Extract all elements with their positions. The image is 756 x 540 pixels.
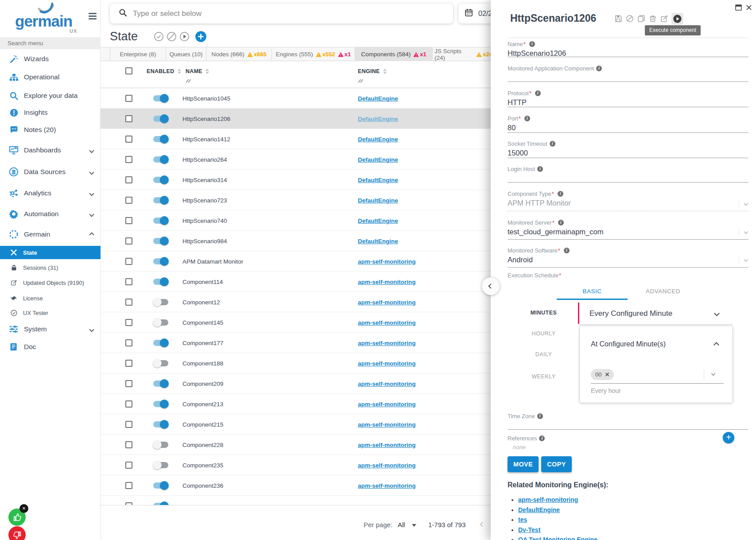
tab-queues[interactable]: Queues (10) [166,47,206,61]
enabled-toggle[interactable] [153,155,169,164]
collapse-panel-button[interactable] [482,277,500,295]
engine-link[interactable]: apm-self-monitoring [358,482,416,489]
minute-mode-select[interactable]: Every Configured Minute [579,303,733,325]
engine-link[interactable]: DefaultEngine [518,506,560,513]
row-checkbox[interactable] [125,278,132,285]
engine-link[interactable]: apm-self-monitoring [358,421,416,428]
sort-icon[interactable] [383,69,387,74]
engine-link[interactable]: apm-self-monitoring [358,401,416,408]
row-checkbox[interactable] [125,95,132,102]
engine-link[interactable]: apm-self-monitoring [358,462,416,469]
duplicate-icon[interactable] [637,15,645,23]
row-checkbox[interactable] [125,482,132,489]
engine-link[interactable]: apm-self-monitoring [358,360,416,367]
enabled-toggle[interactable] [153,257,169,266]
engine-link[interactable]: apm-self-monitoring [358,319,416,326]
dropdown-chevron-icon[interactable] [739,228,748,236]
field-protocol[interactable]: Protocol*i HTTP [508,90,748,107]
move-button[interactable]: MOVE [508,456,539,472]
enabled-toggle[interactable] [153,298,169,307]
enabled-toggle[interactable] [153,359,169,368]
thumbs-down-button[interactable] [8,526,26,540]
tab-advanced[interactable]: ADVANCED [628,284,698,299]
add-component-button[interactable] [195,31,207,43]
tab-enterprise[interactable]: Enterprise (8) [110,47,166,61]
sidebar-item-state[interactable]: State [0,246,101,259]
engine-link[interactable]: DefaultEngine [358,156,398,163]
engine-link[interactable]: DefaultEngine [358,238,398,245]
field-monitored-application-component[interactable]: Monitored Application Componenti [508,65,748,82]
row-checkbox[interactable] [125,156,132,163]
sidebar-item-system[interactable]: System [0,322,101,336]
row-checkbox[interactable] [125,462,132,469]
hamburger-menu-icon[interactable] [89,13,97,21]
dropdown-chevron-icon[interactable] [739,199,748,207]
engine-link[interactable]: DefaultEngine [358,197,398,204]
enabled-toggle[interactable] [153,277,169,286]
engine-link[interactable]: DefaultEngine [358,116,398,122]
row-checkbox[interactable] [125,421,132,428]
tab-nodes[interactable]: Nodes (666) x665 [206,47,272,61]
disable-icon[interactable] [625,15,634,23]
row-checkbox[interactable] [125,197,132,204]
sort-icon[interactable] [205,69,209,74]
sidebar-item-automation[interactable]: Automation [0,207,101,221]
field-monitored-server[interactable]: Monitored Server*i test_cloud_germainapm… [508,219,748,240]
schedule-menu-weekly[interactable]: WEEKLY [516,373,571,380]
sidebar-item-data-sources[interactable]: Data Sources [0,165,101,179]
enabled-toggle[interactable] [153,481,169,490]
enabled-toggle[interactable] [153,318,169,327]
tab-js-scripts[interactable]: JS Scripts (24) x24 [433,47,495,61]
engine-link[interactable]: apm-self-monitoring [518,496,578,503]
field-port[interactable]: Port*i 80 [508,115,748,133]
engine-link[interactable]: apm-self-monitoring [358,258,416,265]
engine-link[interactable]: DefaultEngine [358,95,398,102]
tab-components[interactable]: Components (584) x1 [355,47,433,61]
engine-link[interactable]: tes [518,516,527,523]
schedule-menu-hourly[interactable]: HOURLY [516,330,571,337]
sidebar-item-explore-your-data[interactable]: Explore your data [0,89,101,102]
row-checkbox[interactable] [125,237,132,245]
open-in-window-icon[interactable] [735,4,742,11]
field-component-type[interactable]: Component Type*i APM HTTP Monitor [508,190,748,211]
enabled-toggle[interactable] [153,94,169,103]
sidebar-item-wizards[interactable]: Wizards [0,52,101,66]
engine-link[interactable]: DefaultEngine [358,177,398,183]
select-all-checkbox[interactable] [125,67,132,74]
column-resize-handle[interactable] [186,79,192,83]
enabled-toggle[interactable] [153,501,169,505]
sidebar-item-doc[interactable]: Doc [0,340,101,354]
delete-icon[interactable] [648,15,657,23]
row-checkbox[interactable] [125,115,132,122]
enabled-toggle[interactable] [153,338,169,347]
row-checkbox[interactable] [125,299,132,306]
column-header-enabled[interactable]: ENABLED [147,68,181,74]
sidebar-search-input[interactable] [0,37,101,49]
execute-component-button[interactable] [671,13,683,25]
engine-link[interactable]: DefaultEngine [358,218,398,224]
sidebar-item-license[interactable]: License [0,291,101,305]
sort-icon[interactable] [178,69,181,74]
row-checkbox[interactable] [125,339,132,346]
engine-link[interactable]: QA Test Monitoring Engine [518,536,597,540]
schedule-menu-daily[interactable]: DAILY [516,351,571,357]
enabled-toggle[interactable] [153,114,169,123]
row-checkbox[interactable] [125,217,132,224]
filter-search-field[interactable]: Type or select below [110,4,453,23]
disable-all-icon[interactable] [167,31,177,42]
sidebar-item-analytics[interactable]: Analytics [0,186,101,200]
add-reference-button[interactable]: + [723,432,734,443]
row-checkbox[interactable] [125,380,132,387]
engine-link[interactable]: apm-self-monitoring [358,340,416,346]
enabled-toggle[interactable] [153,135,169,144]
execute-all-icon[interactable] [179,31,190,42]
enable-all-icon[interactable] [154,31,164,42]
sidebar-item-germain[interactable]: Germain [0,228,101,241]
row-checkbox[interactable] [125,360,132,367]
row-checkbox[interactable] [125,136,132,143]
column-header-engine[interactable]: ENGINE [358,68,387,74]
field-socket-timeout[interactable]: Socket Timeouti 15000 [508,140,748,158]
field-time-zone[interactable]: Time Zonei [508,413,748,430]
enabled-toggle[interactable] [153,400,169,408]
row-checkbox[interactable] [125,400,132,408]
